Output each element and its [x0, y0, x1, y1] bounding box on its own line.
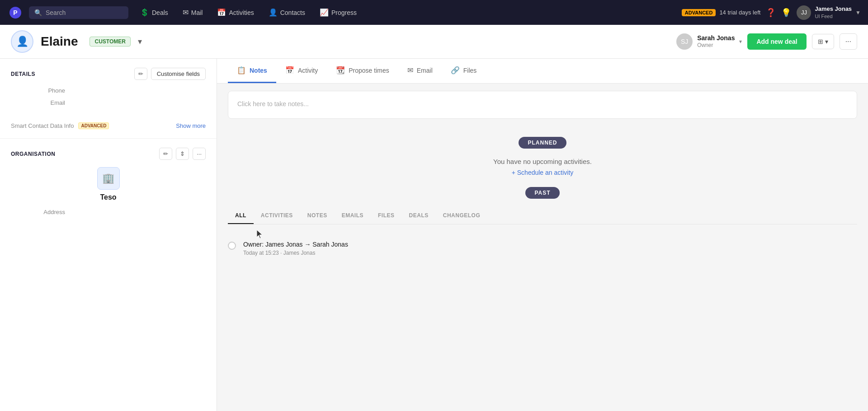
bulb-icon[interactable]: 💡 [781, 8, 791, 18]
avatar: 👤 [11, 30, 33, 53]
tab-files[interactable]: 🔗 Files [442, 59, 486, 83]
tab-propose-times[interactable]: 📆 Propose times [327, 59, 398, 83]
svg-text:P: P [13, 9, 17, 16]
trial-badge: ADVANCED 14 trial days left [682, 9, 761, 16]
smart-advanced-badge: ADVANCED [78, 122, 109, 129]
add-deal-button[interactable]: Add new deal [747, 33, 806, 50]
email-field-row: Email [11, 99, 206, 106]
owner-avatar: SJ [676, 33, 693, 50]
contacts-icon: 👤 [269, 8, 278, 17]
edit-org-button[interactable]: ✏ [159, 148, 172, 160]
tabs: 📋 Notes 📅 Activity 📆 Propose times ✉ Ema… [228, 59, 857, 83]
show-more-button[interactable]: Show more [176, 122, 206, 129]
main-layout: DETAILS ✏ Customise fields Phone Email S… [0, 59, 868, 411]
user-name: James Jonas [815, 5, 852, 13]
nav-right: ADVANCED 14 trial days left ❓ 💡 JJ James… [682, 5, 861, 20]
nav-contacts-label: Contacts [280, 9, 305, 16]
planned-badge: PLANNED [519, 137, 566, 149]
user-chevron-icon[interactable]: ▼ [855, 9, 861, 16]
activities-icon: 📅 [217, 8, 226, 17]
activity-item: Owner: James Jonas → Sarah Jonas Today a… [228, 234, 857, 263]
activity-meta: Today at 15:23 · James Jonas [243, 250, 857, 256]
user-role: UI Feed [815, 13, 852, 19]
org-title: ORGANISATION [11, 151, 55, 157]
email-tab-icon: ✉ [407, 66, 413, 75]
more-org-button[interactable]: ··· [193, 148, 206, 160]
nav-progress-label: Progress [331, 9, 357, 16]
customer-badge: CUSTOMER [90, 37, 130, 47]
nav-progress[interactable]: 📈 Progress [313, 5, 363, 20]
owner-name: Sarah Jonas [697, 34, 735, 42]
grid-chevron-icon: ▾ [825, 38, 828, 45]
tab-activity[interactable]: 📅 Activity [276, 59, 327, 83]
email-tab-label: Email [417, 67, 433, 74]
user-section[interactable]: JJ James Jonas UI Feed ▼ [797, 5, 861, 20]
schedule-activity-link[interactable]: + Schedule an activity [228, 169, 857, 176]
search-placeholder: Search [46, 9, 66, 16]
smart-contact-label: Smart Contact Data Info [11, 122, 74, 129]
right-content: 📋 Notes 📅 Activity 📆 Propose times ✉ Ema… [217, 59, 868, 411]
app-logo[interactable]: P [7, 5, 24, 21]
notes-tab-icon: 📋 [237, 66, 246, 75]
owner-info: Sarah Jonas Owner [697, 34, 735, 49]
user-avatar: JJ [797, 5, 811, 20]
activity-content: Owner: James Jonas → Sarah Jonas Today a… [243, 241, 857, 256]
email-label: Email [11, 99, 65, 106]
customise-fields-button[interactable]: Customise fields [151, 68, 206, 80]
search-icon: 🔍 [34, 9, 42, 16]
filter-changelog[interactable]: CHANGELOG [436, 208, 488, 224]
filter-notes[interactable]: NOTES [300, 208, 335, 224]
notes-tab-label: Notes [250, 67, 267, 74]
nav-items: 💲 Deals ✉ Mail 📅 Activities 👤 Contacts 📈… [134, 5, 680, 20]
address-label: Address [11, 209, 65, 215]
org-company: 🏢 Teso Address [11, 167, 206, 221]
org-logo: 🏢 [97, 167, 120, 190]
search-box[interactable]: 🔍 Search [29, 6, 128, 19]
owner-section: SJ Sarah Jonas Owner ▾ [676, 33, 742, 50]
tab-notes[interactable]: 📋 Notes [228, 59, 276, 83]
filter-files[interactable]: FILES [371, 208, 402, 224]
org-logo-icon: 🏢 [102, 173, 114, 184]
planned-section: PLANNED You have no upcoming activities.… [217, 126, 868, 187]
tab-email[interactable]: ✉ Email [398, 59, 442, 83]
nav-deals[interactable]: 💲 Deals [134, 5, 175, 20]
more-options-button[interactable]: ··· [840, 33, 857, 50]
organisation-section: ORGANISATION ✏ ⇕ ··· 🏢 Teso Address [0, 139, 217, 230]
nav-contacts[interactable]: 👤 Contacts [262, 5, 311, 20]
filter-all[interactable]: ALL [228, 208, 254, 224]
propose-times-tab-label: Propose times [349, 67, 389, 74]
details-section: DETAILS ✏ Customise fields Phone Email S… [0, 59, 217, 139]
grid-view-button[interactable]: ⊞ ▾ [812, 34, 834, 49]
expand-org-button[interactable]: ⇕ [176, 148, 189, 160]
org-name[interactable]: Teso [100, 193, 116, 201]
org-header: ORGANISATION ✏ ⇕ ··· [11, 148, 206, 160]
trial-text: 14 trial days left [719, 9, 760, 16]
nav-activities[interactable]: 📅 Activities [211, 5, 260, 20]
filter-activities[interactable]: ACTIVITIES [254, 208, 300, 224]
contact-info: 👤 Elaine CUSTOMER ▾ [11, 30, 142, 53]
help-icon[interactable]: ❓ [766, 8, 776, 18]
nav-mail-label: Mail [191, 9, 203, 16]
past-badge: PAST [525, 187, 559, 199]
past-section: PAST ALL ACTIVITIES NOTES EMAILS FILES D… [217, 187, 868, 274]
left-sidebar: DETAILS ✏ Customise fields Phone Email S… [0, 59, 217, 411]
contact-actions: SJ Sarah Jonas Owner ▾ Add new deal ⊞ ▾ … [676, 33, 857, 50]
phone-label: Phone [11, 87, 65, 94]
contact-name: Elaine [41, 34, 78, 49]
nav-deals-label: Deals [152, 9, 168, 16]
progress-icon: 📈 [320, 8, 329, 17]
owner-chevron-icon[interactable]: ▾ [739, 38, 742, 45]
contact-header: 👤 Elaine CUSTOMER ▾ SJ Sarah Jonas Owner… [0, 25, 868, 59]
notes-input[interactable]: Click here to take notes... [228, 91, 857, 118]
nav-mail[interactable]: ✉ Mail [176, 5, 209, 20]
activity-title: Owner: James Jonas → Sarah Jonas [243, 241, 857, 248]
activity-tab-label: Activity [298, 67, 318, 74]
mail-icon: ✉ [183, 8, 189, 17]
edit-details-button[interactable]: ✏ [134, 68, 147, 80]
contact-dropdown-icon[interactable]: ▾ [138, 37, 142, 47]
filter-emails[interactable]: EMAILS [335, 208, 371, 224]
activity-tab-icon: 📅 [285, 66, 294, 75]
top-navigation: P 🔍 Search 💲 Deals ✉ Mail 📅 Activities 👤… [0, 0, 868, 25]
no-activities-text: You have no upcoming activities. [228, 158, 857, 165]
filter-deals[interactable]: DEALS [402, 208, 436, 224]
